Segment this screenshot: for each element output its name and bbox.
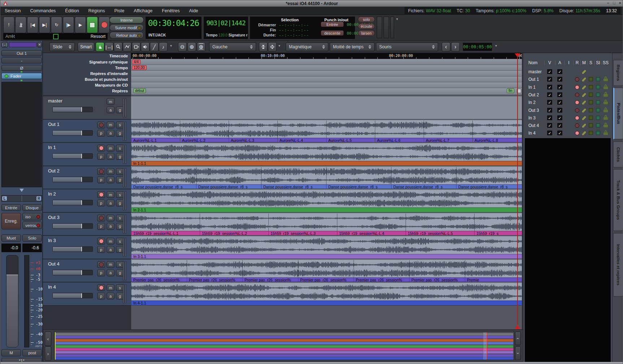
expand-tracks-button[interactable] [268,42,277,52]
audio-region[interactable]: Aurore%L-L.2 [180,120,229,142]
metronome-button[interactable] [15,17,26,33]
audio-region[interactable]: 15h59_r19_session%L-L.5 [406,214,474,236]
go-end-button[interactable]: ▶| [39,17,50,33]
track-gain-fader[interactable] [52,177,93,182]
strip-name-button[interactable]: Out 1 [1,50,42,56]
mute-state-icon[interactable] [582,93,587,97]
track-header-out-4[interactable]: Out 4mspag [43,259,131,282]
visible-checkbox[interactable]: ✓ [548,92,552,97]
mute-button[interactable]: m [107,145,114,152]
record-arm-button[interactable] [97,284,105,291]
strip-phase-button[interactable]: Ø [1,65,42,71]
ruler-row-5[interactable] [131,82,522,88]
record-arm-button[interactable] [97,122,105,128]
record-state-icon[interactable] [575,116,579,120]
ruler-row-0[interactable]: 00:00:00:0000:10:00:0000:20:00:0000 [131,53,522,59]
track-header-out-2[interactable]: Out 2mspag [43,166,131,189]
panel-row-name[interactable]: Out 3 [528,108,539,113]
audio-region[interactable]: 15h59_r19_session%L-L.4 [337,214,406,236]
header-grip[interactable] [123,284,124,303]
automation-button[interactable]: a [107,246,114,253]
summary-playhead-band[interactable] [483,332,487,360]
panel-row-in-2[interactable]: In 2✓✓ [523,99,612,106]
chevron-down-icon[interactable]: ▾ [396,17,398,21]
track-header-out-3[interactable]: Out 3mspag [43,213,131,236]
gain-fader-handle[interactable] [7,275,18,347]
menu-item-affichage[interactable]: Affichage [134,8,152,13]
close-button[interactable]: × [619,1,621,5]
solo-iso-state-icon[interactable] [596,85,600,89]
active-checkbox[interactable]: ✓ [558,100,562,105]
header-grip[interactable] [125,261,126,280]
track-name[interactable]: Out 1 [48,122,60,127]
track-header-in-2[interactable]: In 2mspag [43,189,131,212]
selection-row-value[interactable]: --:--:--:-- [279,23,309,27]
automation-button[interactable]: a [107,106,114,113]
automation-button[interactable]: a [107,293,114,299]
active-checkbox[interactable]: ✓ [558,108,562,113]
zoom-focus-select[interactable]: Gauche [209,43,256,51]
tool-stretch-button[interactable]: |↔| [105,42,113,52]
audio-region[interactable]: 15h59_r19_session%L-L.2 [200,214,268,236]
pan-right-button[interactable]: R [36,196,42,201]
solo-iso-state-icon[interactable] [596,131,600,135]
audio-region[interactable]: Premier pas_r26_session% [409,260,465,282]
visible-checkbox[interactable]: ✓ [548,77,552,82]
header-grip[interactable] [123,191,124,210]
secondary-clock-time[interactable]: 903|02|1442 [204,19,248,27]
primary-clock[interactable]: 00:30:04:26 INT/JACK [145,16,202,39]
audio-region[interactable]: Aurore%L-L.1 [131,120,180,142]
solo-lock-icon[interactable] [603,92,608,97]
solo-lock-icon[interactable] [603,115,608,120]
menu-item-rgions[interactable]: Régions [88,8,105,13]
record-button[interactable] [99,17,110,33]
panel-row-name[interactable]: In 3 [528,115,536,120]
secondary-clock[interactable]: 903|02|1442 Tempo 120.0 Signature ryt [203,16,248,39]
grid-select[interactable]: Moitié de temps [330,43,375,51]
track-gain-fader[interactable] [52,200,93,205]
track-name[interactable]: In 2 [48,191,56,197]
pan-pointer-icon[interactable] [20,189,24,192]
pan-left-button[interactable]: L [2,196,7,201]
processor-box[interactable] [1,82,42,187]
solo-lock-icon[interactable] [603,100,608,104]
solo-iso-state-icon[interactable] [596,108,600,112]
header-grip[interactable] [125,168,126,187]
solo-state-icon[interactable] [589,131,593,135]
tool-content-button[interactable] [132,42,140,52]
aux-button-1[interactable]: Suivre modif. [109,24,144,31]
panel-row-name[interactable]: Out 2 [528,92,539,97]
summary-zoom-out-button[interactable]: › [515,346,521,360]
mute-button[interactable]: m [107,261,114,268]
playlist-button[interactable]: p [97,269,105,276]
close-strip-button[interactable]: ✕ [37,42,42,48]
mini-fader[interactable] [384,17,389,38]
track-header-master[interactable]: mastermag [43,96,131,119]
audio-region[interactable]: In 3-1.1 [131,237,522,259]
solo-state-icon[interactable] [589,116,593,120]
gain-fader[interactable] [6,255,18,347]
panel-row-in-4[interactable]: In 4✓✓ [523,130,612,137]
record-state-icon[interactable] [575,108,579,113]
aux-button-0[interactable]: Interne [109,17,144,23]
tempo-marker[interactable]: 120,00 [132,65,147,70]
solo-iso-state-icon[interactable] [596,123,600,127]
mute-button[interactable]: m [107,168,114,175]
solo-state-icon[interactable] [589,85,593,89]
primary-clock-time[interactable]: 00:30:04:26 [146,18,202,28]
summary-track-bars[interactable] [54,331,514,360]
header-grip[interactable] [123,238,124,257]
track-gain-fader[interactable] [52,130,93,136]
mute-button[interactable]: m [107,98,114,105]
tab-r-gions[interactable]: Régions [613,60,623,86]
solo-iso-state-icon[interactable] [596,116,600,120]
track-name[interactable]: Out 2 [48,168,60,174]
track-header-out-1[interactable]: Out 1mspag [43,120,131,143]
narrow-strip-button[interactable]: |↔| [1,42,8,48]
visible-checkbox[interactable]: ✓ [548,108,552,113]
track-header-in-3[interactable]: In 3mspag [43,236,131,259]
track-name[interactable]: In 1 [48,145,56,150]
ruler-row-6[interactable]: débutfin [131,88,522,95]
mute-state-icon[interactable] [582,77,587,82]
visible-checkbox[interactable]: ✓ [548,69,552,74]
